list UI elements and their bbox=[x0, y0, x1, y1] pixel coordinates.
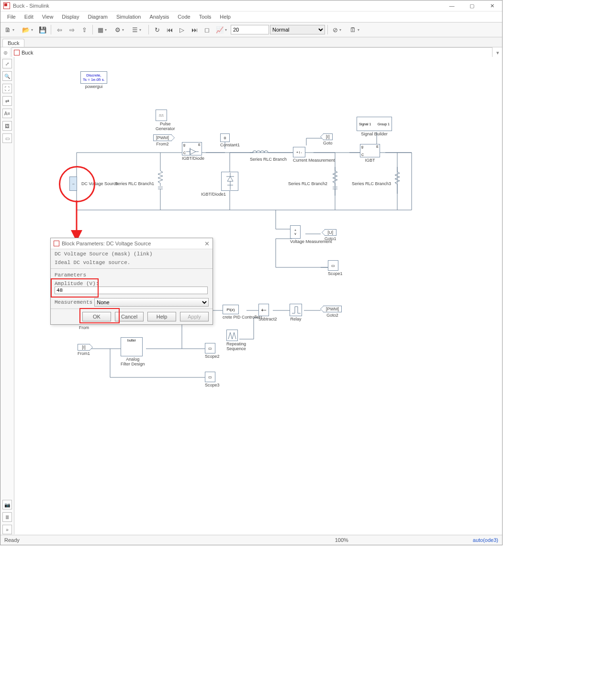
rlc3-label: Series RLC Branch3 bbox=[352, 181, 391, 186]
powergui-line2: Ts = 1e-05 s. bbox=[83, 77, 105, 82]
status-solver[interactable]: auto(ode3) bbox=[473, 537, 498, 543]
ok-button[interactable]: OK bbox=[82, 312, 111, 321]
step-fwd-button[interactable]: ⏭ bbox=[189, 24, 200, 35]
record-button[interactable]: ⊘ bbox=[330, 24, 347, 35]
igbt-diode-block[interactable]: g C E bbox=[182, 142, 202, 155]
goto2-tag[interactable]: [PWM] bbox=[323, 306, 342, 312]
amplitude-input[interactable] bbox=[55, 287, 208, 294]
from1-tag[interactable]: [I] bbox=[78, 344, 90, 351]
menu-diagram[interactable]: Diagram bbox=[84, 13, 112, 21]
menu-display[interactable]: Display bbox=[58, 13, 83, 21]
breadcrumb-back-icon[interactable]: ⊛ bbox=[0, 48, 11, 57]
nav-back-button[interactable]: ⇦ bbox=[54, 24, 65, 35]
constant1-block[interactable]: 0 bbox=[220, 133, 230, 142]
rlc-branch-block[interactable] bbox=[250, 149, 273, 156]
build-button[interactable]: 🗓 bbox=[347, 24, 364, 35]
from3-label: From bbox=[79, 326, 89, 331]
rlc2-label: Series RLC Branch2 bbox=[288, 181, 327, 186]
dc-voltage-source-block[interactable]: ⎓ bbox=[69, 177, 77, 191]
menu-tools[interactable]: Tools bbox=[195, 13, 215, 21]
sim-mode-select[interactable]: Normal bbox=[270, 25, 325, 34]
help-button[interactable]: Help bbox=[147, 312, 176, 321]
relay-block[interactable] bbox=[290, 304, 302, 316]
analog-filter-block[interactable]: butter bbox=[121, 337, 143, 356]
igbt-block[interactable]: g C E bbox=[360, 144, 380, 157]
goto2-label: Goto2 bbox=[323, 313, 342, 318]
powergui-label: powergui bbox=[80, 85, 107, 89]
repeating-sequence-label: Repeating Sequence bbox=[226, 342, 246, 352]
nav-up-button[interactable]: ⇧ bbox=[78, 24, 90, 35]
scope2-block[interactable]: ▭ bbox=[205, 343, 215, 353]
menu-analysis[interactable]: Analysis bbox=[146, 13, 173, 21]
rlc1-block[interactable] bbox=[157, 167, 164, 196]
model-explorer-button[interactable]: ☰ bbox=[130, 24, 146, 35]
library-button[interactable]: ▦ bbox=[95, 24, 112, 35]
nav-fwd-button[interactable]: ⇨ bbox=[66, 24, 78, 35]
igbt-diode1-block[interactable] bbox=[221, 172, 238, 191]
minimize-button[interactable]: — bbox=[445, 1, 459, 10]
maximize-button[interactable]: ▢ bbox=[465, 1, 479, 10]
cancel-button[interactable]: Cancel bbox=[115, 312, 144, 321]
current-measurement-block[interactable]: + i - bbox=[293, 147, 305, 157]
powergui-line1: Discrete, bbox=[86, 73, 101, 77]
signal-builder-label: Signal Builder bbox=[357, 132, 392, 137]
rlc2-block[interactable] bbox=[331, 167, 339, 196]
model-tab-buck[interactable]: Buck bbox=[2, 39, 24, 47]
image-icon[interactable]: 🖼 bbox=[2, 121, 12, 131]
goto-tag[interactable]: [I] bbox=[323, 133, 333, 140]
amplitude-label: Amplitude (V): bbox=[55, 281, 209, 287]
sim-stop-time-input[interactable] bbox=[231, 25, 269, 34]
scope3-label: Scope3 bbox=[205, 383, 220, 388]
repeating-sequence-block[interactable] bbox=[226, 330, 238, 341]
scope1-block[interactable]: ▭ bbox=[328, 260, 338, 271]
log-icon[interactable]: ≣ bbox=[2, 512, 12, 522]
step-back-button[interactable]: ⏮ bbox=[164, 24, 175, 35]
from2-tag[interactable]: [PWM] bbox=[153, 134, 172, 141]
goto-label: Goto bbox=[323, 141, 333, 146]
pulse-generator-block[interactable]: ⎍⎍ bbox=[156, 110, 167, 121]
breadcrumb[interactable]: Buck bbox=[11, 47, 493, 58]
goto1-tag[interactable]: [U] bbox=[325, 229, 336, 236]
zoom-icon[interactable]: 🔍 bbox=[2, 71, 12, 81]
analog-filter-label: Analog Filter Design bbox=[121, 357, 145, 367]
run-button[interactable]: ▷ bbox=[176, 24, 188, 35]
scope2-label: Scope2 bbox=[205, 354, 220, 359]
menu-edit[interactable]: Edit bbox=[21, 13, 37, 21]
model-canvas[interactable]: Discrete, Ts = 1e-05 s. powergui ⎍⎍ Puls… bbox=[14, 57, 502, 534]
fit-icon[interactable]: ⛶ bbox=[2, 84, 12, 93]
voltage-measurement-block[interactable]: +v bbox=[290, 225, 301, 239]
open-button[interactable]: 📂 bbox=[20, 24, 36, 35]
title-bar: Buck - Simulink — ▢ ✕ bbox=[0, 0, 502, 11]
stop-button[interactable]: ◻ bbox=[201, 24, 213, 35]
rlc3-block[interactable] bbox=[393, 167, 401, 196]
expand-icon[interactable]: » bbox=[2, 525, 12, 534]
screenshot-icon[interactable]: 📷 bbox=[2, 500, 12, 509]
pacing-button[interactable]: 📈 bbox=[213, 24, 230, 35]
model-config-button[interactable]: ⚙ bbox=[112, 24, 129, 35]
hide-palette-icon[interactable]: ⤢ bbox=[2, 59, 12, 68]
dc-voltage-source-label: DC Voltage Source bbox=[81, 181, 118, 186]
measurements-select[interactable]: None bbox=[94, 298, 209, 307]
area-icon[interactable]: ▭ bbox=[2, 133, 12, 143]
new-button[interactable]: 🗎 bbox=[2, 24, 19, 35]
menu-code[interactable]: Code bbox=[174, 13, 194, 21]
pan-icon[interactable]: ⇄ bbox=[2, 96, 12, 106]
menu-simulation[interactable]: Simulation bbox=[112, 13, 145, 21]
pid-block[interactable]: PI(z) bbox=[223, 305, 239, 314]
menu-view[interactable]: View bbox=[38, 13, 57, 21]
status-zoom: 100% bbox=[335, 537, 348, 543]
menu-file[interactable]: File bbox=[3, 13, 20, 21]
fast-restart-button[interactable]: ↻ bbox=[151, 24, 163, 35]
close-button[interactable]: ✕ bbox=[485, 1, 499, 10]
rlc-branch-label: Series RLC Branch bbox=[250, 157, 287, 162]
save-button[interactable]: 💾 bbox=[37, 24, 48, 35]
signal-builder-block[interactable]: Signal 1 Group 1 bbox=[357, 117, 392, 131]
menu-help[interactable]: Help bbox=[216, 13, 235, 21]
dialog-close-icon[interactable]: ✕ bbox=[204, 240, 210, 247]
breadcrumb-dropdown-icon[interactable]: ▾ bbox=[493, 50, 502, 56]
simulink-icon bbox=[54, 241, 59, 246]
apply-button[interactable]: Apply bbox=[180, 312, 209, 321]
subtract2-block[interactable]: +− bbox=[258, 304, 269, 316]
annotation-icon[interactable]: A≡ bbox=[2, 109, 12, 118]
scope3-block[interactable]: ▭ bbox=[205, 372, 215, 382]
